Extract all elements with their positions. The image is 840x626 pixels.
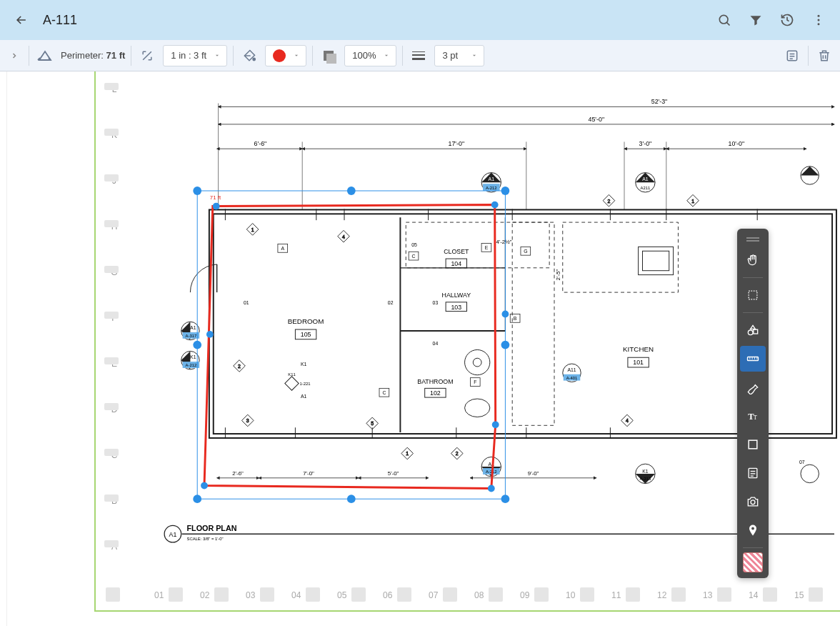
horizontal-ruler: 01 02 03 04 05 06 07 08 09 10 11 12 13 1… xyxy=(0,582,840,607)
opacity-select[interactable]: 100% xyxy=(344,45,396,66)
svg-rect-185 xyxy=(749,440,757,449)
drawing-canvas[interactable]: L K J H G F E D C B A 01 02 03 04 05 06 … xyxy=(0,71,840,626)
svg-text:A-212: A-212 xyxy=(486,186,497,190)
opacity-icon xyxy=(319,46,339,66)
svg-point-157 xyxy=(347,495,356,503)
svg-text:F: F xyxy=(474,379,476,384)
svg-point-155 xyxy=(501,341,510,349)
back-button[interactable] xyxy=(11,10,31,30)
svg-text:B: B xyxy=(514,316,517,321)
floorplan-drawing[interactable]: 52'-3" 45'-0" 6'-6" 17'-0" 3'-0" 10'-0" xyxy=(129,86,840,576)
rectangle-tool-icon[interactable] xyxy=(740,432,766,457)
svg-text:2: 2 xyxy=(456,451,459,456)
svg-point-159 xyxy=(213,203,220,210)
svg-point-158 xyxy=(501,495,510,503)
svg-text:03: 03 xyxy=(433,300,439,305)
fill-tool-icon[interactable] xyxy=(239,46,259,66)
svg-text:FLOOR PLAN: FLOOR PLAN xyxy=(187,524,237,532)
svg-text:KITCHEN: KITCHEN xyxy=(623,345,654,353)
svg-point-48 xyxy=(465,399,490,417)
note-icon[interactable] xyxy=(782,46,802,66)
svg-text:4'-2½": 4'-2½" xyxy=(496,239,511,245)
svg-rect-150 xyxy=(197,191,505,499)
svg-rect-45 xyxy=(563,222,679,292)
page-title: A-111 xyxy=(43,13,77,28)
svg-rect-43 xyxy=(406,222,549,268)
svg-text:C: C xyxy=(382,390,386,395)
svg-text:07: 07 xyxy=(799,459,805,464)
svg-point-172 xyxy=(801,464,819,482)
chevron-down-icon xyxy=(293,50,300,61)
draw-tool-icon[interactable] xyxy=(740,374,766,400)
pan-tool-icon[interactable] xyxy=(740,247,766,273)
filter-icon[interactable] xyxy=(746,10,766,30)
scale-icon[interactable] xyxy=(137,46,157,66)
svg-text:C: C xyxy=(412,254,416,259)
svg-point-165 xyxy=(206,331,214,338)
svg-point-47 xyxy=(473,358,481,367)
svg-point-163 xyxy=(201,482,208,490)
sheet-border xyxy=(94,610,840,612)
svg-text:104: 104 xyxy=(451,260,461,267)
svg-point-152 xyxy=(347,187,356,195)
svg-text:1: 1 xyxy=(251,227,254,232)
svg-rect-175 xyxy=(749,291,757,299)
svg-text:A-401: A-401 xyxy=(566,376,578,380)
search-icon[interactable] xyxy=(714,10,734,30)
svg-text:G: G xyxy=(524,249,527,254)
svg-text:4: 4 xyxy=(342,234,345,239)
perimeter-tool-icon[interactable] xyxy=(35,46,55,66)
svg-text:101: 101 xyxy=(633,359,644,366)
svg-point-1 xyxy=(818,15,820,17)
chevron-down-icon xyxy=(383,50,390,61)
svg-rect-50 xyxy=(642,251,669,270)
shapes-tool-icon[interactable] xyxy=(740,317,766,343)
svg-rect-177 xyxy=(754,329,758,334)
svg-text:A211: A211 xyxy=(641,186,651,190)
svg-text:02: 02 xyxy=(388,300,394,305)
svg-text:A11: A11 xyxy=(567,367,576,372)
pin-tool-icon[interactable] xyxy=(740,517,766,543)
sheet-border xyxy=(94,71,96,610)
svg-text:7'-0": 7'-0" xyxy=(303,470,314,477)
scale-select[interactable]: 1 in : 3 ft xyxy=(163,45,227,66)
drag-handle-icon[interactable] xyxy=(740,234,766,244)
svg-text:01: 01 xyxy=(244,300,249,305)
camera-tool-icon[interactable] xyxy=(740,489,766,515)
history-icon[interactable] xyxy=(777,10,797,30)
svg-text:A1: A1 xyxy=(169,531,177,538)
tool-palette[interactable]: TT xyxy=(737,229,769,578)
svg-point-176 xyxy=(748,330,753,335)
svg-text:05: 05 xyxy=(411,242,417,247)
svg-text:3'-0": 3'-0" xyxy=(639,140,652,147)
svg-text:17'-0": 17'-0" xyxy=(449,140,464,147)
svg-text:BATHROOM: BATHROOM xyxy=(417,378,453,385)
svg-text:2: 2 xyxy=(238,364,241,369)
svg-text:04: 04 xyxy=(433,341,439,346)
svg-point-164 xyxy=(502,311,509,318)
svg-text:K11: K11 xyxy=(288,372,295,377)
multiselect-tool-icon[interactable] xyxy=(740,282,766,308)
svg-point-46 xyxy=(465,349,490,374)
svg-point-4 xyxy=(253,58,255,60)
svg-point-151 xyxy=(193,187,201,195)
svg-point-161 xyxy=(492,421,499,428)
lineweight-select[interactable]: 3 pt xyxy=(434,45,484,66)
text-tool-icon[interactable]: TT xyxy=(740,403,766,429)
svg-text:2: 2 xyxy=(608,199,611,204)
collapse-chevron-icon[interactable] xyxy=(6,47,23,64)
color-select[interactable] xyxy=(265,45,306,66)
svg-text:3: 3 xyxy=(246,418,249,423)
measure-tool-icon[interactable] xyxy=(740,346,766,372)
svg-text:105: 105 xyxy=(301,331,311,338)
svg-text:102: 102 xyxy=(430,389,441,397)
svg-text:A-213: A-213 xyxy=(640,477,651,481)
svg-text:10'-0": 10'-0" xyxy=(729,140,744,147)
svg-text:1: 1 xyxy=(406,451,409,456)
document-tool-icon[interactable] xyxy=(740,460,766,486)
active-layer-icon[interactable] xyxy=(743,552,763,572)
delete-icon[interactable] xyxy=(814,46,834,66)
more-icon[interactable] xyxy=(809,10,829,30)
svg-text:A1: A1 xyxy=(301,394,307,399)
svg-text:9'-0": 9'-0" xyxy=(528,470,539,477)
